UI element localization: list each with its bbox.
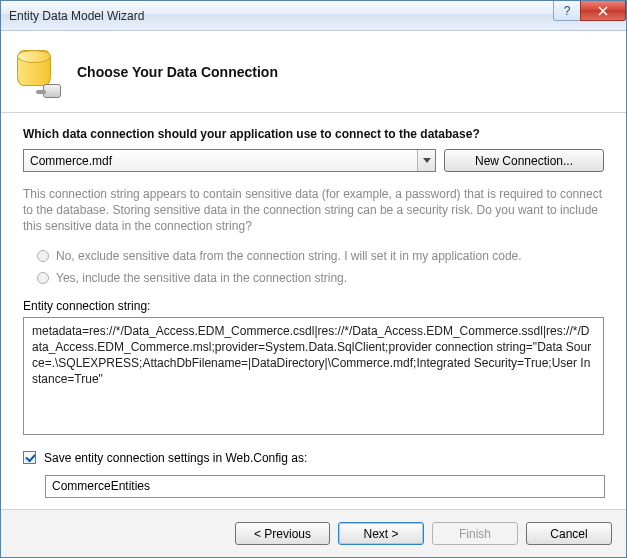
conn-string-label: Entity connection string: [23,299,604,313]
wizard-footer: < Previous Next > Finish Cancel [1,509,626,557]
close-button[interactable] [580,1,626,21]
radio-include-sensitive: Yes, include the sensitive data in the c… [37,271,604,285]
previous-button[interactable]: < Previous [235,522,330,545]
radio-icon [37,272,49,284]
conn-string-textarea[interactable]: metadata=res://*/Data_Access.EDM_Commerc… [23,317,604,435]
wizard-header: Choose Your Data Connection [1,31,626,113]
radio-include-label: Yes, include the sensitive data in the c… [56,271,347,285]
window-title: Entity Data Model Wizard [1,9,144,23]
entities-name-value: CommerceEntities [52,479,150,493]
save-settings-label: Save entity connection settings in Web.C… [44,451,307,465]
chevron-down-icon [417,150,435,171]
page-title: Choose Your Data Connection [77,64,278,80]
question-label: Which data connection should your applic… [23,127,604,141]
wizard-window: Entity Data Model Wizard ? Choose Your D… [0,0,627,558]
titlebar[interactable]: Entity Data Model Wizard ? [1,1,626,31]
radio-icon [37,250,49,262]
next-button[interactable]: Next > [338,522,424,545]
cancel-button[interactable]: Cancel [526,522,612,545]
dropdown-selected: Commerce.mdf [30,154,112,168]
new-connection-button[interactable]: New Connection... [444,149,604,172]
connection-dropdown[interactable]: Commerce.mdf [23,149,436,172]
finish-button: Finish [432,522,518,545]
radio-exclude-sensitive: No, exclude sensitive data from the conn… [37,249,604,263]
sensitive-data-info: This connection string appears to contai… [23,186,604,235]
save-settings-checkbox[interactable] [23,451,36,464]
entities-name-input[interactable]: CommerceEntities [45,475,605,498]
close-icon [598,6,608,16]
radio-exclude-label: No, exclude sensitive data from the conn… [56,249,522,263]
help-button[interactable]: ? [553,1,581,21]
database-icon [13,48,61,96]
wizard-body: Which data connection should your applic… [1,113,626,509]
